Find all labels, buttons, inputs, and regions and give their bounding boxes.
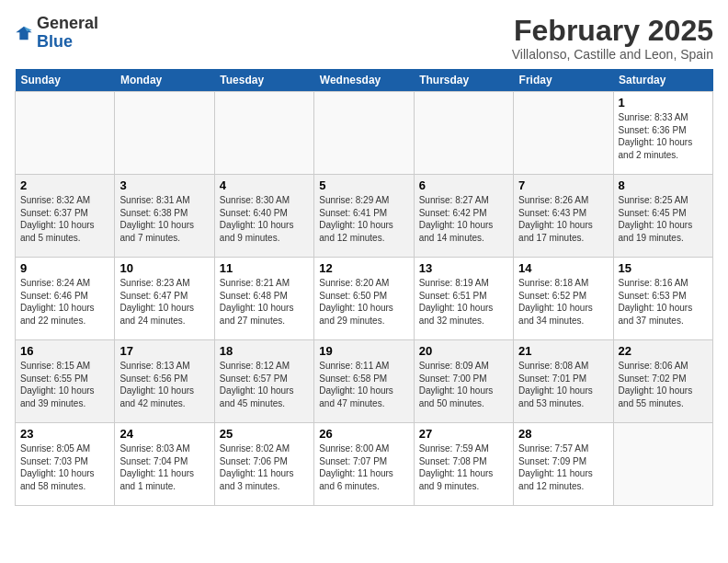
month-title: February 2025 bbox=[512, 15, 713, 47]
day-info: Sunrise: 8:09 AM Sunset: 7:00 PM Dayligh… bbox=[419, 360, 508, 409]
calendar-cell: 4Sunrise: 8:30 AM Sunset: 6:40 PM Daylig… bbox=[214, 175, 313, 258]
calendar-cell: 6Sunrise: 8:27 AM Sunset: 6:42 PM Daylig… bbox=[414, 175, 513, 258]
calendar-cell: 21Sunrise: 8:08 AM Sunset: 7:01 PM Dayli… bbox=[514, 340, 613, 423]
calendar-cell: 2Sunrise: 8:32 AM Sunset: 6:37 PM Daylig… bbox=[16, 175, 115, 258]
calendar-cell: 7Sunrise: 8:26 AM Sunset: 6:43 PM Daylig… bbox=[514, 175, 613, 258]
calendar-cell: 14Sunrise: 8:18 AM Sunset: 6:52 PM Dayli… bbox=[514, 258, 613, 340]
calendar-cell bbox=[613, 423, 712, 506]
day-number: 28 bbox=[518, 427, 608, 441]
day-info: Sunrise: 8:15 AM Sunset: 6:55 PM Dayligh… bbox=[20, 360, 109, 409]
day-info: Sunrise: 8:33 AM Sunset: 6:36 PM Dayligh… bbox=[619, 111, 708, 161]
logo-bird-icon bbox=[15, 24, 33, 42]
calendar-cell: 15Sunrise: 8:16 AM Sunset: 6:53 PM Dayli… bbox=[613, 258, 712, 340]
day-info: Sunrise: 8:05 AM Sunset: 7:03 PM Dayligh… bbox=[20, 442, 109, 492]
day-number: 10 bbox=[119, 261, 209, 275]
day-info: Sunrise: 7:59 AM Sunset: 7:08 PM Dayligh… bbox=[419, 442, 508, 492]
day-info: Sunrise: 8:24 AM Sunset: 6:46 PM Dayligh… bbox=[20, 277, 109, 327]
title-block: February 2025 Villalonso, Castille and L… bbox=[512, 15, 713, 62]
calendar-cell: 10Sunrise: 8:23 AM Sunset: 6:47 PM Dayli… bbox=[115, 258, 214, 340]
calendar-cell bbox=[314, 92, 414, 175]
day-info: Sunrise: 8:19 AM Sunset: 6:51 PM Dayligh… bbox=[419, 277, 508, 327]
day-number: 23 bbox=[20, 427, 109, 441]
day-number: 15 bbox=[619, 261, 708, 275]
day-number: 4 bbox=[220, 178, 309, 192]
calendar-cell: 11Sunrise: 8:21 AM Sunset: 6:48 PM Dayli… bbox=[214, 258, 313, 340]
day-number: 3 bbox=[119, 178, 209, 192]
header-day-sunday: Sunday bbox=[16, 69, 115, 92]
day-info: Sunrise: 8:23 AM Sunset: 6:47 PM Dayligh… bbox=[119, 277, 209, 327]
day-number: 1 bbox=[619, 96, 708, 109]
calendar-body: 1Sunrise: 8:33 AM Sunset: 6:36 PM Daylig… bbox=[16, 92, 713, 506]
header-day-tuesday: Tuesday bbox=[214, 69, 313, 92]
calendar-cell: 12Sunrise: 8:20 AM Sunset: 6:50 PM Dayli… bbox=[314, 258, 414, 340]
day-number: 14 bbox=[518, 261, 608, 275]
calendar-cell bbox=[514, 92, 613, 175]
day-number: 16 bbox=[20, 344, 109, 358]
day-number: 24 bbox=[119, 427, 209, 441]
week-row-3: 9Sunrise: 8:24 AM Sunset: 6:46 PM Daylig… bbox=[16, 258, 713, 340]
day-info: Sunrise: 8:16 AM Sunset: 6:53 PM Dayligh… bbox=[619, 277, 708, 327]
day-number: 13 bbox=[419, 261, 508, 275]
day-info: Sunrise: 8:00 AM Sunset: 7:07 PM Dayligh… bbox=[319, 442, 408, 492]
day-number: 2 bbox=[20, 178, 109, 192]
calendar-cell: 18Sunrise: 8:12 AM Sunset: 6:57 PM Dayli… bbox=[214, 340, 313, 423]
calendar-cell: 3Sunrise: 8:31 AM Sunset: 6:38 PM Daylig… bbox=[115, 175, 214, 258]
calendar-cell: 24Sunrise: 8:03 AM Sunset: 7:04 PM Dayli… bbox=[115, 423, 214, 506]
day-info: Sunrise: 8:06 AM Sunset: 7:02 PM Dayligh… bbox=[619, 360, 708, 409]
page-header: General Blue February 2025 Villalonso, C… bbox=[15, 15, 713, 62]
day-info: Sunrise: 8:25 AM Sunset: 6:45 PM Dayligh… bbox=[619, 194, 708, 244]
day-number: 27 bbox=[419, 427, 508, 441]
header-row: SundayMondayTuesdayWednesdayThursdayFrid… bbox=[16, 69, 713, 92]
day-info: Sunrise: 8:31 AM Sunset: 6:38 PM Dayligh… bbox=[119, 194, 209, 244]
header-day-thursday: Thursday bbox=[414, 69, 513, 92]
week-row-4: 16Sunrise: 8:15 AM Sunset: 6:55 PM Dayli… bbox=[16, 340, 713, 423]
day-info: Sunrise: 8:08 AM Sunset: 7:01 PM Dayligh… bbox=[518, 360, 608, 409]
day-info: Sunrise: 8:27 AM Sunset: 6:42 PM Dayligh… bbox=[419, 194, 508, 244]
day-info: Sunrise: 8:03 AM Sunset: 7:04 PM Dayligh… bbox=[119, 442, 209, 492]
logo-blue-text: Blue bbox=[37, 33, 98, 52]
calendar-cell: 19Sunrise: 8:11 AM Sunset: 6:58 PM Dayli… bbox=[314, 340, 414, 423]
calendar-cell: 1Sunrise: 8:33 AM Sunset: 6:36 PM Daylig… bbox=[613, 92, 712, 175]
day-info: Sunrise: 7:57 AM Sunset: 7:09 PM Dayligh… bbox=[518, 442, 608, 492]
day-info: Sunrise: 8:20 AM Sunset: 6:50 PM Dayligh… bbox=[319, 277, 408, 327]
day-number: 12 bbox=[319, 261, 408, 275]
day-number: 25 bbox=[220, 427, 309, 441]
header-day-wednesday: Wednesday bbox=[314, 69, 414, 92]
calendar-cell: 28Sunrise: 7:57 AM Sunset: 7:09 PM Dayli… bbox=[514, 423, 613, 506]
location-subtitle: Villalonso, Castille and Leon, Spain bbox=[512, 47, 713, 62]
day-number: 26 bbox=[319, 427, 408, 441]
day-info: Sunrise: 8:30 AM Sunset: 6:40 PM Dayligh… bbox=[220, 194, 309, 244]
day-number: 20 bbox=[419, 344, 508, 358]
calendar-cell: 16Sunrise: 8:15 AM Sunset: 6:55 PM Dayli… bbox=[16, 340, 115, 423]
calendar-cell: 26Sunrise: 8:00 AM Sunset: 7:07 PM Dayli… bbox=[314, 423, 414, 506]
day-info: Sunrise: 8:02 AM Sunset: 7:06 PM Dayligh… bbox=[220, 442, 309, 492]
day-number: 9 bbox=[20, 261, 109, 275]
calendar-cell: 9Sunrise: 8:24 AM Sunset: 6:46 PM Daylig… bbox=[16, 258, 115, 340]
calendar-cell bbox=[214, 92, 313, 175]
calendar-header: SundayMondayTuesdayWednesdayThursdayFrid… bbox=[16, 69, 713, 92]
calendar-cell: 25Sunrise: 8:02 AM Sunset: 7:06 PM Dayli… bbox=[214, 423, 313, 506]
calendar-cell: 5Sunrise: 8:29 AM Sunset: 6:41 PM Daylig… bbox=[314, 175, 414, 258]
week-row-5: 23Sunrise: 8:05 AM Sunset: 7:03 PM Dayli… bbox=[16, 423, 713, 506]
calendar-cell bbox=[115, 92, 214, 175]
calendar-cell: 13Sunrise: 8:19 AM Sunset: 6:51 PM Dayli… bbox=[414, 258, 513, 340]
day-number: 5 bbox=[319, 178, 408, 192]
header-day-friday: Friday bbox=[514, 69, 613, 92]
calendar-cell: 27Sunrise: 7:59 AM Sunset: 7:08 PM Dayli… bbox=[414, 423, 513, 506]
calendar-cell: 22Sunrise: 8:06 AM Sunset: 7:02 PM Dayli… bbox=[613, 340, 712, 423]
day-number: 18 bbox=[220, 344, 309, 358]
calendar-cell: 23Sunrise: 8:05 AM Sunset: 7:03 PM Dayli… bbox=[16, 423, 115, 506]
day-info: Sunrise: 8:26 AM Sunset: 6:43 PM Dayligh… bbox=[518, 194, 608, 244]
day-info: Sunrise: 8:29 AM Sunset: 6:41 PM Dayligh… bbox=[319, 194, 408, 244]
day-number: 21 bbox=[518, 344, 608, 358]
calendar-cell bbox=[16, 92, 115, 175]
logo: General Blue bbox=[15, 15, 98, 52]
day-info: Sunrise: 8:21 AM Sunset: 6:48 PM Dayligh… bbox=[220, 277, 309, 327]
logo-general-text: General bbox=[37, 15, 98, 33]
week-row-1: 1Sunrise: 8:33 AM Sunset: 6:36 PM Daylig… bbox=[16, 92, 713, 175]
day-number: 6 bbox=[419, 178, 508, 192]
day-info: Sunrise: 8:13 AM Sunset: 6:56 PM Dayligh… bbox=[119, 360, 209, 409]
calendar-cell: 8Sunrise: 8:25 AM Sunset: 6:45 PM Daylig… bbox=[613, 175, 712, 258]
day-number: 11 bbox=[220, 261, 309, 275]
day-info: Sunrise: 8:11 AM Sunset: 6:58 PM Dayligh… bbox=[319, 360, 408, 409]
